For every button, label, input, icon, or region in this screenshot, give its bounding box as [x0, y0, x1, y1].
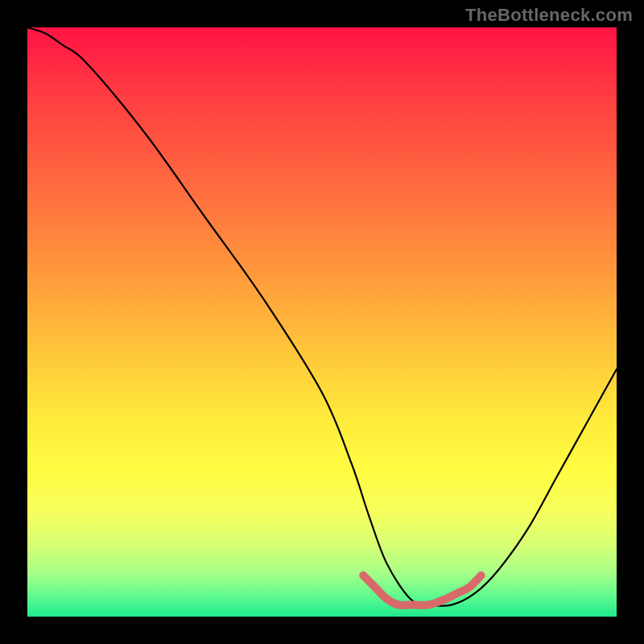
- bottleneck-curve-line: [27, 27, 617, 606]
- chart-container: TheBottleneck.com: [0, 0, 644, 644]
- watermark-text: TheBottleneck.com: [465, 5, 633, 26]
- chart-lines-overlay: [27, 27, 617, 617]
